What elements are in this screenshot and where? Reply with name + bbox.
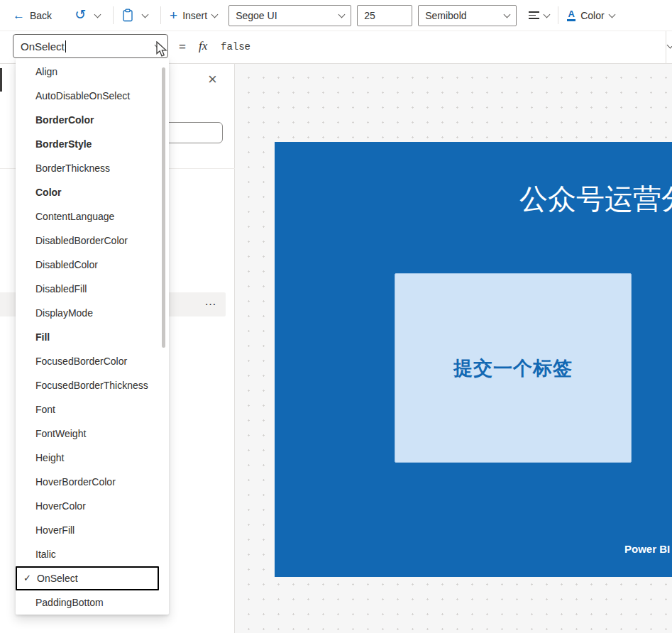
property-selector-value: OnSelect — [21, 40, 155, 53]
checkmark-icon: ✓ — [23, 568, 31, 589]
property-list-item[interactable]: Font — [16, 397, 169, 422]
tile-button-label: 提交一个标签 — [453, 356, 573, 381]
property-list-item-label: PaddingBottom — [35, 597, 104, 608]
toolbar-divider — [160, 6, 161, 24]
property-list-item-label: Color — [35, 187, 62, 198]
property-list-item[interactable]: BorderThickness — [16, 156, 169, 180]
insert-label: Insert — [182, 10, 207, 21]
undo-icon: ↺ — [75, 8, 86, 21]
property-list-item[interactable]: FocusedBorderColor — [16, 349, 169, 373]
equals-sign: = — [179, 40, 186, 54]
back-arrow-icon: ← — [13, 9, 25, 21]
property-list-item[interactable]: AutoDisableOnSelect — [16, 84, 169, 108]
property-dropdown-flyout: AlignAutoDisableOnSelectBorderColorBorde… — [16, 58, 169, 615]
font-family-dropdown[interactable]: Segoe UI — [228, 5, 351, 26]
chevron-down-icon — [94, 11, 101, 18]
color-label: Color — [580, 10, 604, 21]
fx-icon: fx — [199, 39, 207, 53]
property-list-item[interactable]: PaddingBottom — [16, 590, 169, 615]
font-size-dropdown[interactable]: 25 — [357, 5, 412, 26]
text-align-icon — [529, 11, 539, 19]
property-list-item[interactable]: ContentLanguage — [16, 204, 169, 229]
chevron-down-icon — [338, 11, 346, 18]
property-list-item-label: DisplayMode — [35, 307, 93, 319]
paste-dropdown-button[interactable] — [136, 5, 153, 26]
property-list-item[interactable]: Italic — [16, 542, 169, 566]
property-list-item[interactable]: DisplayMode — [16, 301, 169, 325]
tile-title: 公众号运营分析 — [519, 180, 672, 219]
power-bi-brand: Power BI — [624, 543, 670, 555]
property-list-item-label: FocusedBorderColor — [35, 356, 127, 367]
property-list-item[interactable]: BorderStyle — [16, 132, 169, 156]
formula-bar-divider — [666, 31, 666, 64]
property-list-item-label: FontWeight — [35, 428, 86, 439]
font-color-icon: A — [567, 9, 575, 21]
canvas-design-surface[interactable]: 公众号运营分析 提交一个标签 Power BI — [235, 64, 672, 633]
property-list-item-label: HoverFill — [35, 524, 75, 536]
property-list-item-label: BorderThickness — [35, 163, 110, 174]
property-list-item-label: FocusedBorderThickness — [35, 380, 148, 391]
toolbar-divider — [113, 6, 114, 24]
property-list-item[interactable]: DisabledFill — [16, 277, 169, 301]
back-label: Back — [30, 10, 52, 21]
property-list-item-label: Italic — [35, 549, 56, 560]
tile-button[interactable]: 提交一个标签 — [395, 273, 632, 463]
property-list-item-label: ContentLanguage — [35, 211, 114, 222]
property-list-item-label: OnSelect — [37, 573, 78, 584]
insert-button[interactable]: + Insert — [168, 4, 219, 27]
font-family-value: Segoe UI — [236, 10, 277, 21]
more-options-button[interactable]: … — [204, 295, 217, 309]
chevron-down-icon — [544, 11, 551, 18]
property-list-item-label: Height — [35, 452, 64, 463]
property-list-item-label: BorderStyle — [35, 138, 92, 150]
toolbar-divider — [558, 6, 558, 24]
font-weight-dropdown[interactable]: Semibold — [418, 5, 517, 26]
chevron-down-icon — [608, 11, 615, 18]
property-selector[interactable]: OnSelect — [13, 34, 168, 58]
property-list-item-label: Fill — [35, 331, 50, 343]
chevron-down-icon — [211, 11, 219, 18]
property-list-item[interactable]: ✓OnSelect — [16, 566, 159, 590]
property-list-item[interactable]: HoverFill — [16, 518, 169, 542]
rail-selection-indicator — [0, 68, 2, 92]
text-align-button[interactable] — [527, 4, 551, 27]
property-list-item-label: Align — [35, 66, 57, 77]
property-list-item-label: DisabledBorderColor — [35, 235, 128, 246]
chevron-down-icon — [141, 11, 148, 18]
property-list-item[interactable]: Height — [16, 446, 169, 470]
property-list-item[interactable]: DisabledColor — [16, 253, 169, 277]
power-bi-tile[interactable]: 公众号运营分析 提交一个标签 Power BI — [275, 142, 672, 577]
property-list-item-label: Font — [35, 404, 55, 415]
property-list-item[interactable]: DisabledBorderColor — [16, 229, 169, 253]
property-list-item-label: DisabledFill — [35, 283, 87, 295]
paste-button[interactable] — [121, 4, 135, 27]
color-button[interactable]: A Color — [566, 4, 615, 27]
property-list-item[interactable]: HoverColor — [16, 494, 169, 518]
clipboard-icon — [122, 9, 133, 22]
property-list-item-label: HoverColor — [35, 500, 86, 512]
undo-button[interactable]: ↺ — [73, 4, 87, 27]
formula-expand-chevron[interactable] — [667, 42, 672, 49]
close-icon[interactable]: × — [208, 72, 217, 87]
top-toolbar: ← Back ↺ + Insert Segoe UI 25 — [0, 0, 672, 31]
property-list-item[interactable]: Color — [16, 180, 169, 204]
power-apps-studio: ← Back ↺ + Insert Segoe UI 25 — [0, 0, 672, 633]
property-list-item[interactable]: FocusedBorderThickness — [16, 373, 169, 397]
property-list-item-label: BorderColor — [35, 114, 94, 126]
property-list-item-label: DisabledColor — [35, 259, 98, 270]
property-list-item[interactable]: Align — [16, 60, 169, 84]
flyout-scrollbar[interactable] — [162, 67, 165, 348]
formula-input[interactable]: false — [221, 41, 250, 53]
property-list: AlignAutoDisableOnSelectBorderColorBorde… — [16, 60, 169, 615]
property-list-item[interactable]: BorderColor — [16, 108, 169, 132]
font-size-value: 25 — [364, 10, 375, 21]
property-list-item[interactable]: Fill — [16, 325, 169, 349]
property-list-item[interactable]: HoverBorderColor — [16, 470, 169, 494]
back-button[interactable]: ← Back — [11, 4, 53, 27]
plus-icon: + — [170, 9, 177, 22]
font-weight-value: Semibold — [425, 10, 466, 21]
undo-dropdown-button[interactable] — [89, 5, 106, 26]
property-list-item-label: HoverBorderColor — [35, 476, 116, 488]
property-list-item[interactable]: FontWeight — [16, 422, 169, 446]
chevron-down-icon[interactable] — [155, 42, 162, 49]
